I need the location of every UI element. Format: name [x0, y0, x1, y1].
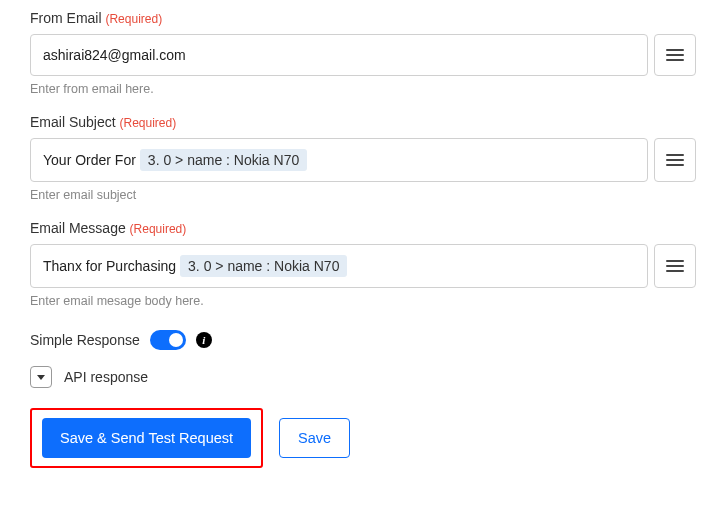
email-subject-input[interactable]: Your Order For 3. 0 > name : Nokia N70	[30, 138, 648, 182]
email-message-input[interactable]: Thanx for Purchasing 3. 0 > name : Nokia…	[30, 244, 648, 288]
email-subject-required: (Required)	[119, 116, 176, 130]
from-email-required: (Required)	[105, 12, 162, 26]
email-subject-prefix: Your Order For	[43, 152, 136, 168]
email-message-menu-button[interactable]	[654, 244, 696, 288]
email-message-prefix: Thanx for Purchasing	[43, 258, 176, 274]
api-response-label: API response	[64, 369, 148, 385]
from-email-helper: Enter from email here.	[30, 82, 696, 96]
hamburger-icon	[666, 260, 684, 272]
email-subject-menu-button[interactable]	[654, 138, 696, 182]
email-subject-input-row: Your Order For 3. 0 > name : Nokia N70	[30, 138, 696, 182]
api-response-row: API response	[30, 366, 696, 388]
info-icon[interactable]: i	[196, 332, 212, 348]
api-response-toggle[interactable]	[30, 366, 52, 388]
hamburger-icon	[666, 49, 684, 61]
email-message-label-text: Email Message	[30, 220, 126, 236]
email-message-required: (Required)	[130, 222, 187, 236]
save-button[interactable]: Save	[279, 418, 350, 458]
from-email-field-group: From Email (Required) ashirai824@gmail.c…	[30, 10, 696, 96]
hamburger-icon	[666, 154, 684, 166]
email-message-input-row: Thanx for Purchasing 3. 0 > name : Nokia…	[30, 244, 696, 288]
simple-response-toggle[interactable]	[150, 330, 186, 350]
toggle-knob	[169, 333, 183, 347]
save-send-test-button[interactable]: Save & Send Test Request	[42, 418, 251, 458]
button-row: Save & Send Test Request Save	[30, 408, 696, 468]
email-message-token[interactable]: 3. 0 > name : Nokia N70	[180, 255, 347, 277]
chevron-down-icon	[37, 375, 45, 380]
email-subject-token[interactable]: 3. 0 > name : Nokia N70	[140, 149, 307, 171]
from-email-label-text: From Email	[30, 10, 102, 26]
from-email-label: From Email (Required)	[30, 10, 696, 26]
email-message-label: Email Message (Required)	[30, 220, 696, 236]
from-email-value: ashirai824@gmail.com	[43, 47, 186, 63]
simple-response-label: Simple Response	[30, 332, 140, 348]
email-subject-field-group: Email Subject (Required) Your Order For …	[30, 114, 696, 202]
from-email-input-row: ashirai824@gmail.com	[30, 34, 696, 76]
simple-response-row: Simple Response i	[30, 330, 696, 350]
email-subject-helper: Enter email subject	[30, 188, 696, 202]
email-message-helper: Enter email mesage body here.	[30, 294, 696, 308]
from-email-menu-button[interactable]	[654, 34, 696, 76]
email-message-field-group: Email Message (Required) Thanx for Purch…	[30, 220, 696, 308]
email-subject-label: Email Subject (Required)	[30, 114, 696, 130]
from-email-input[interactable]: ashirai824@gmail.com	[30, 34, 648, 76]
highlight-annotation: Save & Send Test Request	[30, 408, 263, 468]
email-subject-label-text: Email Subject	[30, 114, 116, 130]
